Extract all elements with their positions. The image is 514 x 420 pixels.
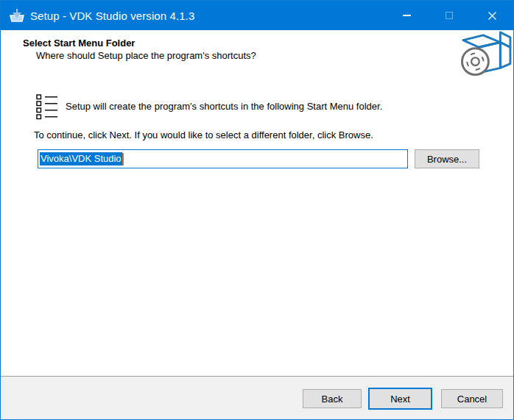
page-subtitle: Where should Setup place the program's s… <box>36 50 256 61</box>
close-button[interactable] <box>471 1 513 30</box>
window-title: Setup - VDK Studio version 4.1.3 <box>30 10 194 22</box>
instruction-text: Setup will create the program's shortcut… <box>66 101 478 112</box>
browse-button[interactable]: Browse... <box>415 149 479 168</box>
maximize-button[interactable] <box>428 1 471 30</box>
next-button[interactable]: Next <box>368 388 432 410</box>
start-menu-list-icon <box>36 94 58 121</box>
setup-wizard-window: Setup - VDK Studio version 4.1.3 Select … <box>0 0 514 420</box>
page-title: Select Start Menu Folder <box>23 38 135 49</box>
minimize-button[interactable] <box>385 1 428 30</box>
minimize-icon <box>403 15 411 16</box>
caption-buttons <box>385 1 513 30</box>
text-caret <box>122 153 124 165</box>
footer <box>1 376 513 419</box>
back-button[interactable]: Back <box>303 389 362 408</box>
maximize-icon <box>446 12 453 19</box>
software-box-with-disc-icon <box>457 30 513 77</box>
folder-input[interactable]: Vivoka\VDK Studio <box>38 149 408 168</box>
titlebar[interactable]: Setup - VDK Studio version 4.1.3 <box>1 1 513 30</box>
hint-text: To continue, click Next. If you would li… <box>34 129 490 140</box>
close-icon <box>487 11 497 21</box>
folder-input-value: Vivoka\VDK Studio <box>40 152 122 165</box>
installer-icon <box>8 7 26 24</box>
cancel-button[interactable]: Cancel <box>441 389 503 408</box>
